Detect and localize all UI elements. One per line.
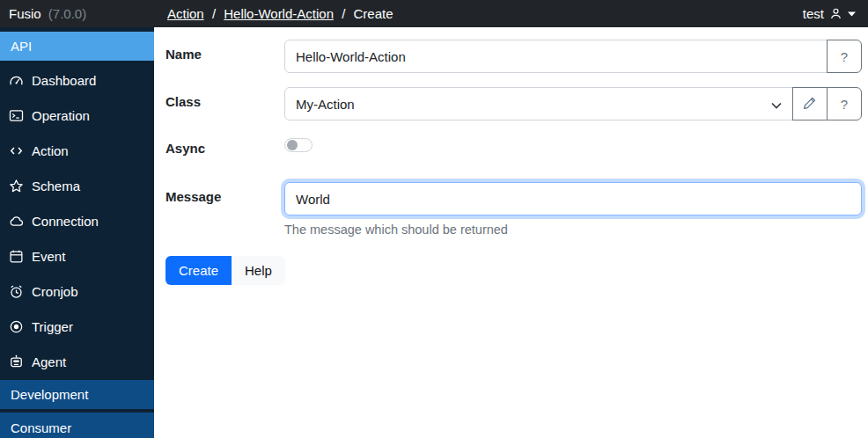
star-icon <box>9 179 24 193</box>
name-label: Name <box>166 40 284 73</box>
message-label: Message <box>166 182 284 237</box>
target-icon <box>9 319 24 334</box>
breadcrumb-separator: / <box>342 6 345 21</box>
class-row: Class My-Action <box>166 87 862 120</box>
class-edit-button[interactable] <box>792 87 828 120</box>
terminal-icon <box>9 108 24 123</box>
sidebar-item-label: Event <box>32 249 65 264</box>
sidebar-item-label: Dashboard <box>32 73 96 88</box>
name-help-button[interactable]: ? <box>827 40 862 73</box>
class-help-button[interactable]: ? <box>827 87 862 120</box>
name-input[interactable] <box>284 40 828 73</box>
sidebar-item-agent[interactable]: Agent <box>0 344 154 379</box>
sidebar-item-schema[interactable]: Schema <box>0 168 154 203</box>
toggle-knob <box>287 140 298 150</box>
sidebar-section-development[interactable]: Development <box>0 380 154 409</box>
sidebar-section-api[interactable]: API <box>0 32 154 61</box>
top-bar: Fusio (7.0.0) Action / Hello-World-Actio… <box>0 0 868 27</box>
sidebar-item-connection[interactable]: Connection <box>0 203 154 238</box>
alarm-clock-icon <box>9 284 24 299</box>
message-help-text: The message which should be returned <box>284 223 862 237</box>
chevron-down-icon <box>848 11 856 17</box>
person-icon <box>829 7 842 20</box>
async-toggle[interactable] <box>284 138 313 152</box>
sidebar-section-label: API <box>11 39 32 54</box>
class-select[interactable]: My-Action <box>284 87 793 120</box>
page-layout: API Dashboard <box>0 27 868 438</box>
robot-icon <box>9 354 24 369</box>
breadcrumb-action-link[interactable]: Action <box>167 6 204 21</box>
sidebar: API Dashboard <box>0 27 154 438</box>
sidebar-item-label: Trigger <box>32 319 73 334</box>
calendar-icon <box>9 249 24 264</box>
message-row: Message The message which should be retu… <box>166 182 862 237</box>
code-icon <box>9 143 24 158</box>
sidebar-item-label: Schema <box>32 179 80 193</box>
breadcrumb: Action / Hello-World-Action / Create <box>154 6 803 21</box>
name-row: Name ? <box>166 40 862 73</box>
create-button[interactable]: Create <box>166 256 232 285</box>
sidebar-item-event[interactable]: Event <box>0 238 154 274</box>
brand: Fusio (7.0.0) <box>0 6 154 21</box>
sidebar-item-action[interactable]: Action <box>0 133 154 168</box>
form-actions: Create Help <box>166 256 862 285</box>
class-label: Class <box>166 87 284 120</box>
sidebar-item-label: Connection <box>32 214 99 229</box>
sidebar-item-cronjob[interactable]: Cronjob <box>0 274 154 309</box>
sidebar-item-dashboard[interactable]: Dashboard <box>0 62 154 98</box>
cloud-icon <box>9 214 24 229</box>
sidebar-section-consumer[interactable]: Consumer <box>0 412 154 438</box>
pencil-icon <box>803 96 817 113</box>
sidebar-nav: Dashboard Operation <box>0 62 154 379</box>
main-content: Name ? Class My-Action <box>154 27 868 438</box>
sidebar-item-label: Operation <box>32 108 90 123</box>
brand-name: Fusio <box>9 6 41 21</box>
speedometer-icon <box>9 73 24 88</box>
breadcrumb-entity-link[interactable]: Hello-World-Action <box>224 6 334 21</box>
class-select-value: My-Action <box>296 97 355 112</box>
sidebar-section-label: Consumer <box>11 420 71 435</box>
sidebar-item-label: Cronjob <box>32 284 78 299</box>
breadcrumb-current: Create <box>354 6 394 21</box>
sidebar-item-label: Action <box>32 143 69 158</box>
sidebar-item-trigger[interactable]: Trigger <box>0 309 154 344</box>
help-button[interactable]: Help <box>232 256 285 285</box>
sidebar-item-label: Agent <box>32 354 66 369</box>
user-menu[interactable]: test <box>803 6 868 21</box>
sidebar-item-operation[interactable]: Operation <box>0 98 154 133</box>
breadcrumb-separator: / <box>212 6 216 21</box>
async-label: Async <box>166 134 284 156</box>
message-input[interactable] <box>284 182 862 215</box>
brand-version: (7.0.0) <box>48 6 86 21</box>
username: test <box>803 6 824 21</box>
async-row: Async <box>166 134 862 156</box>
chevron-down-icon <box>771 97 782 112</box>
sidebar-section-label: Development <box>11 387 88 402</box>
